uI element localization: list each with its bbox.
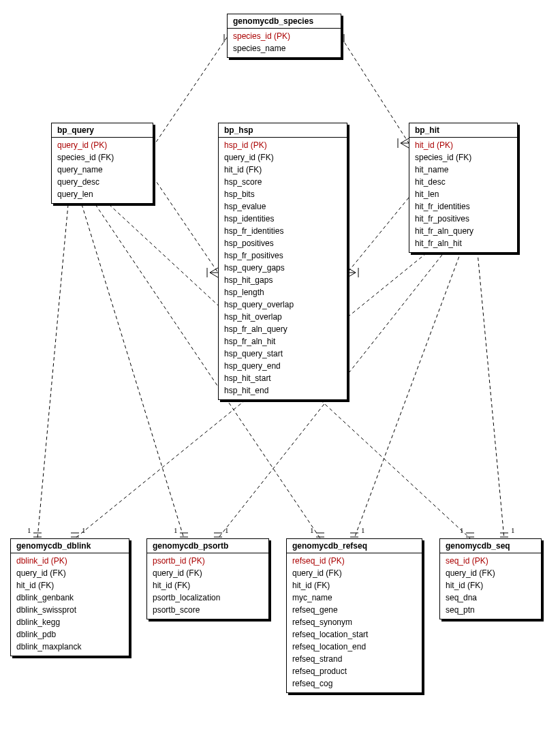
field: refseq_synonym xyxy=(287,616,422,628)
svg-text:1: 1 xyxy=(460,526,464,534)
field: hsp_hit_gaps xyxy=(219,274,347,286)
field: species_name xyxy=(228,42,341,55)
field: hsp_score xyxy=(219,176,347,188)
entity-title: bp_query xyxy=(52,123,153,138)
field: species_id (FK) xyxy=(52,151,153,164)
field: seq_id (PK) xyxy=(440,555,541,567)
svg-text:1: 1 xyxy=(511,526,515,534)
entity-fields: refseq_id (PK) query_id (FK) hit_id (FK)… xyxy=(287,553,422,692)
entity-fields: dblink_id (PK) query_id (FK) hit_id (FK)… xyxy=(11,553,129,656)
entity-title: genomycdb_dblink xyxy=(11,539,129,553)
entity-bp-query: bp_query query_id (PK) species_id (FK) q… xyxy=(51,123,153,204)
field: query_id (FK) xyxy=(147,567,268,579)
field: hit_len xyxy=(409,188,517,200)
field: query_id (FK) xyxy=(219,151,347,164)
field: hsp_positives xyxy=(219,237,347,249)
field: hsp_fr_identities xyxy=(219,225,347,237)
field: refseq_strand xyxy=(287,653,422,665)
field: hit_desc xyxy=(409,176,517,188)
field: seq_ptn xyxy=(440,604,541,616)
field: refseq_cog xyxy=(287,677,422,690)
field: refseq_location_start xyxy=(287,628,422,641)
entity-genomycdb-species: genomycdb_species species_id (PK) specie… xyxy=(227,14,341,58)
field: refseq_id (PK) xyxy=(287,555,422,567)
field: hit_id (FK) xyxy=(219,164,347,176)
field: hsp_fr_positives xyxy=(219,249,347,262)
field: query_id (FK) xyxy=(440,567,541,579)
entity-fields: hit_id (PK) species_id (FK) hit_name hit… xyxy=(409,138,517,252)
entity-title: genomycdb_psortb xyxy=(147,539,268,553)
field: hit_id (FK) xyxy=(440,579,541,592)
field: query_name xyxy=(52,164,153,176)
svg-text:1: 1 xyxy=(225,526,229,534)
field: seq_dna xyxy=(440,592,541,604)
entity-genomycdb-seq: genomycdb_seq seq_id (PK) query_id (FK) … xyxy=(439,538,542,619)
field: hit_id (PK) xyxy=(409,139,517,151)
field: hit_fr_aln_query xyxy=(409,225,517,237)
entity-title: genomycdb_species xyxy=(228,14,341,29)
field: dblink_maxplanck xyxy=(11,641,129,653)
field: dblink_swissprot xyxy=(11,604,129,616)
field: psortb_id (PK) xyxy=(147,555,268,567)
field: refseq_location_end xyxy=(287,641,422,653)
field: psortb_score xyxy=(147,604,268,616)
svg-text:1: 1 xyxy=(27,526,31,534)
field: query_id (PK) xyxy=(52,139,153,151)
entity-fields: query_id (PK) species_id (FK) query_name… xyxy=(52,138,153,203)
entity-fields: species_id (PK) species_name xyxy=(228,29,341,57)
svg-text:1: 1 xyxy=(174,526,178,534)
field: hsp_evalue xyxy=(219,200,347,213)
entity-title: bp_hsp xyxy=(219,123,347,138)
field: hsp_hit_start xyxy=(219,372,347,384)
field: hit_fr_aln_hit xyxy=(409,237,517,249)
field: hsp_query_start xyxy=(219,348,347,360)
field: hsp_hit_overlap xyxy=(219,311,347,323)
field: species_id (PK) xyxy=(228,30,341,42)
field: hsp_fr_aln_query xyxy=(219,323,347,335)
field: hit_id (FK) xyxy=(11,579,129,592)
entity-genomycdb-refseq: genomycdb_refseq refseq_id (PK) query_id… xyxy=(286,538,422,693)
field: hsp_fr_aln_hit xyxy=(219,335,347,348)
field: psortb_localization xyxy=(147,592,268,604)
entity-title: genomycdb_seq xyxy=(440,539,541,553)
field: species_id (FK) xyxy=(409,151,517,164)
svg-text:1: 1 xyxy=(361,526,365,534)
entity-bp-hit: bp_hit hit_id (PK) species_id (FK) hit_n… xyxy=(409,123,518,253)
field: myc_name xyxy=(287,592,422,604)
field: query_id (FK) xyxy=(11,567,129,579)
field: hit_fr_positives xyxy=(409,213,517,225)
svg-text:1: 1 xyxy=(82,526,86,534)
entity-genomycdb-psortb: genomycdb_psortb psortb_id (PK) query_id… xyxy=(146,538,269,619)
field: dblink_id (PK) xyxy=(11,555,129,567)
field: refseq_product xyxy=(287,665,422,677)
field: hsp_id (PK) xyxy=(219,139,347,151)
entity-fields: hsp_id (PK) query_id (FK) hit_id (FK) hs… xyxy=(219,138,347,399)
field: dblink_genbank xyxy=(11,592,129,604)
field: query_id (FK) xyxy=(287,567,422,579)
field: hit_fr_identities xyxy=(409,200,517,213)
entity-fields: psortb_id (PK) query_id (FK) hit_id (FK)… xyxy=(147,553,268,619)
field: hsp_query_end xyxy=(219,360,347,372)
field: hsp_query_gaps xyxy=(219,262,347,274)
field: dblink_kegg xyxy=(11,616,129,628)
field: hit_id (FK) xyxy=(147,579,268,592)
entity-bp-hsp: bp_hsp hsp_id (PK) query_id (FK) hit_id … xyxy=(218,123,347,400)
field: query_desc xyxy=(52,176,153,188)
field: dblink_pdb xyxy=(11,628,129,641)
field: hsp_hit_end xyxy=(219,384,347,397)
entity-title: bp_hit xyxy=(409,123,517,138)
field: hit_id (FK) xyxy=(287,579,422,592)
field: hit_name xyxy=(409,164,517,176)
field: hsp_query_overlap xyxy=(219,298,347,311)
field: hsp_bits xyxy=(219,188,347,200)
entity-genomycdb-dblink: genomycdb_dblink dblink_id (PK) query_id… xyxy=(10,538,129,656)
svg-text:1: 1 xyxy=(310,526,314,534)
field: hsp_identities xyxy=(219,213,347,225)
field: refseq_gene xyxy=(287,604,422,616)
entity-title: genomycdb_refseq xyxy=(287,539,422,553)
field: hsp_length xyxy=(219,286,347,298)
entity-fields: seq_id (PK) query_id (FK) hit_id (FK) se… xyxy=(440,553,541,619)
field: query_len xyxy=(52,188,153,200)
